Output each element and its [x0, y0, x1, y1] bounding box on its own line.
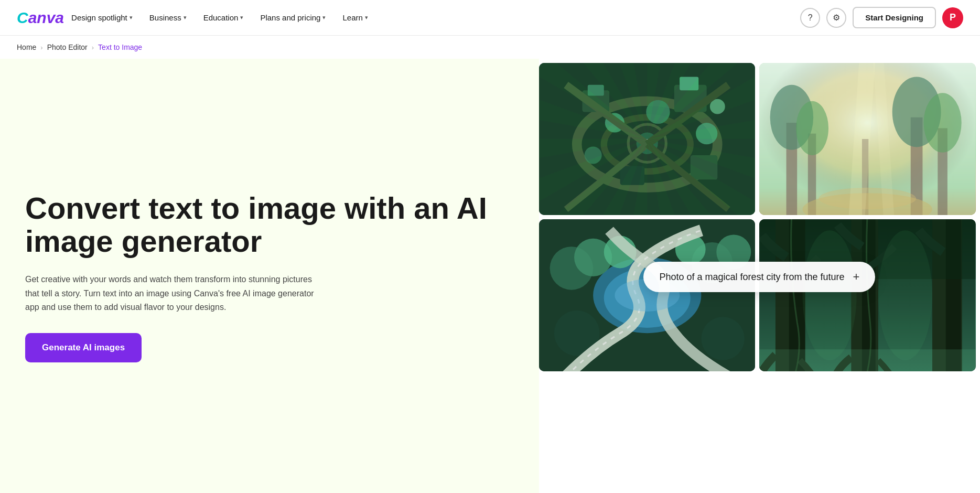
chevron-down-icon: ▾ — [322, 14, 326, 21]
breadcrumb-photo-editor[interactable]: Photo Editor — [47, 43, 88, 51]
svg-rect-21 — [539, 63, 756, 215]
prompt-overlay-bar: Photo of a magical forest city from the … — [643, 262, 875, 292]
nav-actions: ? ⚙ Start Designing P — [800, 7, 963, 28]
svg-point-9 — [605, 113, 624, 132]
svg-line-20 — [647, 144, 728, 209]
breadcrumb-separator-1: › — [40, 44, 42, 51]
hero-image-grid: Photo of a magical forest city from the … — [539, 59, 980, 493]
main-content: Convert text to image with an AI image g… — [0, 59, 980, 493]
nav-link-learn[interactable]: Learn ▾ — [335, 9, 375, 26]
hero-title: Convert text to image with an AI image g… — [25, 191, 508, 259]
svg-point-12 — [585, 146, 602, 164]
breadcrumb-current-page: Text to Image — [98, 43, 142, 51]
breadcrumb: Home › Photo Editor › Text to Image — [0, 36, 980, 59]
svg-point-1 — [577, 101, 717, 188]
help-icon-button[interactable]: ? — [800, 8, 820, 28]
svg-rect-0 — [539, 63, 756, 215]
prompt-text: Photo of a magical forest city from the … — [659, 272, 844, 283]
svg-rect-5 — [674, 85, 707, 112]
svg-rect-6 — [680, 77, 698, 90]
svg-line-36 — [857, 63, 868, 215]
svg-rect-4 — [588, 85, 604, 96]
svg-point-14 — [628, 124, 666, 162]
chevron-down-icon: ▾ — [365, 14, 368, 21]
hero-description: Get creative with your words and watch t… — [25, 273, 319, 314]
svg-line-17 — [566, 85, 648, 144]
breadcrumb-separator-2: › — [92, 44, 94, 51]
gear-icon: ⚙ — [833, 13, 840, 23]
svg-point-48 — [701, 317, 745, 360]
image-tile-aerial-city — [539, 63, 756, 215]
svg-point-59 — [878, 230, 932, 360]
nav-link-business[interactable]: Business ▾ — [142, 9, 194, 26]
hero-section: Convert text to image with an AI image g… — [0, 59, 539, 493]
svg-line-18 — [647, 85, 728, 144]
settings-icon-button[interactable]: ⚙ — [826, 8, 846, 28]
svg-rect-7 — [620, 166, 644, 185]
chevron-down-icon: ▾ — [130, 14, 133, 21]
svg-point-10 — [646, 100, 670, 124]
svg-line-19 — [566, 144, 648, 209]
svg-point-16 — [643, 139, 652, 148]
prompt-plus-icon[interactable]: + — [853, 270, 860, 284]
generate-ai-images-button[interactable]: Generate AI images — [25, 333, 142, 362]
svg-rect-3 — [582, 90, 609, 112]
chevron-down-icon: ▾ — [184, 14, 187, 21]
image-tile-misty-forest — [759, 63, 976, 215]
svg-rect-8 — [691, 155, 718, 179]
nav-link-design-spotlight[interactable]: Design spotlight ▾ — [64, 9, 140, 26]
chevron-down-icon: ▾ — [240, 14, 243, 21]
svg-point-15 — [637, 133, 658, 154]
nav-links: Design spotlight ▾ Business ▾ Education … — [64, 9, 800, 26]
start-designing-button[interactable]: Start Designing — [853, 7, 936, 28]
svg-point-58 — [803, 230, 857, 360]
navbar: Canva Design spotlight ▾ Business ▾ Educ… — [0, 0, 980, 36]
breadcrumb-home[interactable]: Home — [17, 43, 36, 51]
svg-point-11 — [696, 123, 717, 144]
user-avatar[interactable]: P — [942, 7, 963, 28]
canva-logo[interactable]: Canva — [17, 9, 64, 27]
image-tile-winding-road — [539, 219, 756, 371]
nav-link-education[interactable]: Education ▾ — [196, 9, 251, 26]
question-mark-icon: ? — [808, 13, 813, 23]
image-tile-enchanted-forest — [759, 219, 976, 371]
svg-point-13 — [710, 99, 725, 114]
nav-link-plans-pricing[interactable]: Plans and pricing ▾ — [253, 9, 333, 26]
svg-point-2 — [604, 117, 691, 172]
